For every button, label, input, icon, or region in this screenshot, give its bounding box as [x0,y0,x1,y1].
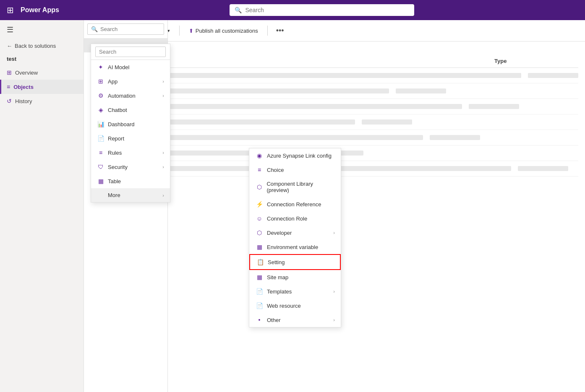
app-title: Power Apps [21,6,59,14]
rules-icon: ≡ [97,149,104,156]
chevron-right-icon: › [333,289,335,294]
chevron-right-icon: › [162,150,164,155]
site-map-icon: ▦ [255,274,264,280]
more-item-environment-variable[interactable]: ▦ Environment variable [249,240,341,254]
publish-icon: ⬆ [189,28,193,34]
search-icon: 🔍 [235,7,242,13]
topbar: ⊞ Power Apps 🔍 [0,0,585,20]
project-name: test [0,52,84,65]
security-icon: 🛡 [97,164,104,170]
more-item-connection-reference[interactable]: ⚡ Connection Reference [249,197,341,211]
chevron-right-icon: › [333,317,335,322]
skeleton-text-type [528,73,578,78]
overview-icon: ⊞ [7,69,12,76]
more-item-choice[interactable]: ≡ Choice [249,163,341,177]
sidebar-item-objects[interactable]: ≡ Objects [0,80,84,94]
new-menu-item-dashboard[interactable]: 📊 Dashboard [91,117,170,131]
new-dropdown-menu: ✦ AI Model ⊞ App › ⚙ Automation › ◈ Chat… [91,44,170,202]
more-submenu: ◉ Azure Synapse Link config ≡ Choice ⬡ C… [249,148,341,327]
skeleton-text [121,104,462,109]
other-icon: • [255,317,264,323]
search-icon-left: 🔍 [91,26,98,32]
waffle-icon[interactable]: ⊞ [5,3,16,17]
back-to-solutions[interactable]: ← Back to solutions [0,39,84,52]
more-item-component-library[interactable]: ⬡ Component Library (preview) [249,177,341,197]
chevron-right-icon: › [162,164,164,169]
environment-variable-icon: ▦ [255,244,264,250]
hamburger-icon[interactable]: ☰ [0,20,84,39]
divider [179,26,180,36]
ai-model-icon: ✦ [97,64,104,70]
col-header-name: Name [131,58,488,64]
sidebar-item-history[interactable]: ↺ History [0,94,84,108]
skeleton-text-type [469,104,519,109]
back-arrow-icon: ← [7,43,12,49]
report-icon: 📄 [97,135,104,142]
objects-icon: ≡ [7,83,10,90]
component-library-icon: ⬡ [255,184,263,190]
new-menu-item-security[interactable]: 🛡 Security › [91,160,170,174]
developer-icon: ⬡ [255,229,264,236]
chatbot-icon: ◈ [97,106,104,113]
setting-icon: 📋 [256,259,264,265]
connection-role-icon: ☺ [255,215,264,222]
skeleton-text-type [396,88,446,93]
divider2 [267,26,268,36]
automation-icon: ⚙ [97,92,104,99]
history-icon: ↺ [7,98,12,104]
more-item-connection-role[interactable]: ☺ Connection Role [249,211,341,226]
global-search-input[interactable] [245,7,409,13]
azure-synapse-icon: ◉ [255,152,264,159]
new-menu-item-rules[interactable]: ≡ Rules › [91,145,170,160]
templates-icon: 📄 [255,288,264,295]
more-item-azure-synapse[interactable]: ◉ Azure Synapse Link config [249,148,341,163]
sidebar-item-overview[interactable]: ⊞ Overview [0,65,84,80]
chevron-right-icon: › [333,230,335,235]
main-layout: ☰ ← Back to solutions test ⊞ Overview ≡ … [0,20,585,392]
more-item-other[interactable]: • Other › [249,313,341,327]
app-icon: ⊞ [97,78,104,85]
more-item-templates[interactable]: 📄 Templates › [249,284,341,299]
more-item-site-map[interactable]: ▦ Site map [249,270,341,284]
global-search-box: 🔍 [230,4,414,16]
connection-reference-icon: ⚡ [255,201,264,208]
more-item-developer[interactable]: ⬡ Developer › [249,226,341,240]
new-menu-item-app[interactable]: ⊞ App › [91,74,170,88]
new-menu-search-input[interactable] [95,47,166,57]
skeleton-text-type [518,166,568,171]
skeleton-text-type [362,119,412,125]
more-item-setting[interactable]: 📋 Setting [249,254,341,270]
sidenav: ☰ ← Back to solutions test ⊞ Overview ≡ … [0,20,84,392]
chevron-right-icon: › [162,93,164,98]
new-menu-item-report[interactable]: 📄 Report [91,131,170,145]
new-menu-item-ai-model[interactable]: ✦ AI Model [91,60,170,74]
new-menu-item-chatbot[interactable]: ◈ Chatbot [91,103,170,117]
web-resource-icon: 📄 [255,302,264,309]
objects-search-input[interactable] [100,26,160,32]
publish-button[interactable]: ⬆ Publish all customizations [185,25,262,36]
more-options-icon[interactable]: ••• [273,25,287,37]
choice-icon: ≡ [255,166,264,173]
chevron-right-icon: › [162,79,164,84]
skeleton-text [121,73,521,78]
skeleton-text-type [430,135,480,140]
more-item-web-resource[interactable]: 📄 Web resource [249,299,341,313]
table-icon: ▦ [97,178,104,184]
new-menu-item-table[interactable]: ▦ Table [91,174,170,188]
chevron-right-icon: › [162,193,164,198]
dashboard-icon: 📊 [97,121,104,127]
new-menu-item-automation[interactable]: ⚙ Automation › [91,88,170,103]
col-header-type: Type [494,58,578,64]
new-menu-item-more[interactable]: More › [91,188,170,202]
